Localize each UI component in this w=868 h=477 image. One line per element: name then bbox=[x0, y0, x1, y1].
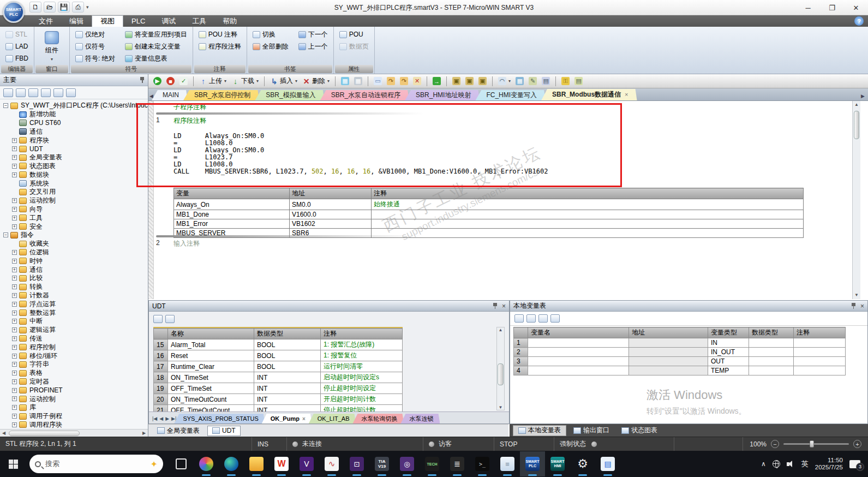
panel-tab-输出窗口[interactable]: 输出窗口 bbox=[568, 425, 614, 436]
scroll-up-icon[interactable]: ▲ bbox=[853, 101, 860, 109]
expand-icon[interactable]: + bbox=[12, 302, 17, 307]
network-globe-icon[interactable] bbox=[773, 460, 780, 468]
local-pin-icon[interactable] bbox=[851, 303, 856, 309]
ribbon-button-LAD[interactable]: LAD bbox=[3, 41, 31, 52]
expand-icon[interactable]: + bbox=[12, 155, 17, 160]
task-view-icon[interactable] bbox=[169, 451, 194, 476]
scroll-left-icon[interactable]: ◀ bbox=[0, 431, 8, 436]
lock-closed-icon[interactable]: ▣ bbox=[451, 76, 462, 86]
delete-udt-icon[interactable] bbox=[165, 315, 175, 323]
edge-icon[interactable] bbox=[219, 451, 244, 476]
oa-app-icon[interactable]: ▤ bbox=[595, 451, 620, 476]
ribbon-button-上一个[interactable]: 上一个 bbox=[296, 41, 330, 52]
language-indicator[interactable]: 英 bbox=[801, 459, 809, 469]
sheet-next-icon[interactable]: ▶ bbox=[165, 416, 169, 421]
insert-row-icon[interactable] bbox=[514, 314, 524, 323]
tree-item-系统块[interactable]: 系统块 bbox=[0, 179, 148, 188]
var-table-row[interactable]: Always_OnSM0.0始终接通 bbox=[174, 199, 804, 210]
bookmark-icon[interactable]: ▭ bbox=[372, 76, 384, 86]
expand-icon[interactable]: + bbox=[12, 345, 17, 350]
table-edit-icon[interactable]: ✎ bbox=[527, 76, 538, 86]
tree-item-字符串[interactable]: +字符串 bbox=[0, 360, 148, 369]
expand-icon[interactable]: + bbox=[12, 371, 17, 375]
sidebar-horizontal-scrollbar[interactable]: ◀ ▶ bbox=[0, 429, 148, 437]
wincc-icon[interactable]: TECH bbox=[420, 451, 445, 476]
ribbon-button-变量信息表[interactable]: 变量信息表 bbox=[123, 53, 189, 64]
expand-icon[interactable]: + bbox=[12, 336, 17, 341]
menu-item-编辑[interactable]: 编辑 bbox=[61, 15, 92, 27]
expand-icon[interactable]: + bbox=[12, 379, 17, 384]
zoom-slider-thumb[interactable] bbox=[810, 440, 814, 448]
zoom-in-button[interactable]: + bbox=[853, 440, 861, 448]
smart-hmi-icon[interactable]: SMARTHMI bbox=[545, 451, 570, 476]
tree-item-整数运算[interactable]: +整数运算 bbox=[0, 308, 148, 317]
goto-network-icon[interactable]: → bbox=[431, 76, 442, 86]
upload-button[interactable]: ↑上传▾ bbox=[197, 76, 228, 86]
sheet-tab-水泵轮询切换[interactable]: 水泵轮询切换 bbox=[352, 414, 404, 424]
add-udt-icon[interactable] bbox=[153, 315, 163, 323]
tree-item-数据块[interactable]: +数据块 bbox=[0, 170, 148, 179]
tree-item-工具[interactable]: +工具 bbox=[0, 213, 148, 222]
scroll-thumb[interactable] bbox=[9, 431, 80, 436]
lock-open-icon[interactable]: ▣ bbox=[464, 76, 475, 86]
expand-icon[interactable]: + bbox=[12, 388, 17, 393]
tree-item-时钟[interactable]: +时钟 bbox=[0, 257, 148, 265]
delete-button[interactable]: ✕删除▾ bbox=[301, 76, 331, 86]
network-copy-icon[interactable]: ▦ bbox=[339, 76, 351, 86]
expand-icon[interactable]: + bbox=[12, 327, 17, 332]
udt-scroll-up-icon[interactable]: ▲ bbox=[497, 327, 504, 332]
ribbon-button-程序段注释[interactable]: 程序段注释 bbox=[196, 41, 243, 52]
expand-icon[interactable]: + bbox=[12, 138, 17, 143]
tree-item-逻辑运算[interactable]: +逻辑运算 bbox=[0, 326, 148, 335]
tray-expand-icon[interactable]: ∧ bbox=[761, 460, 766, 468]
menu-item-PLC[interactable]: PLC bbox=[123, 15, 153, 27]
symbol-edit-icon[interactable]: ▤ bbox=[540, 76, 552, 86]
purple-pen-app-icon[interactable]: V bbox=[294, 451, 319, 476]
terminal-icon[interactable]: >_ bbox=[470, 451, 495, 476]
tree-item-定时器[interactable]: +定时器 bbox=[0, 378, 148, 386]
tree-item-通信[interactable]: +通信 bbox=[0, 265, 148, 274]
pou-tab-SBR_HMI地址映射[interactable]: SBR_HMI地址映射 bbox=[405, 90, 480, 100]
delete-row-icon[interactable] bbox=[526, 314, 536, 323]
tree-item-收藏夹[interactable]: 收藏夹 bbox=[0, 240, 148, 248]
tree-item-移位/循环[interactable]: +移位/循环 bbox=[0, 351, 148, 360]
expand-icon[interactable]: + bbox=[12, 164, 17, 169]
zoom-out-button[interactable]: − bbox=[771, 440, 779, 448]
tree-item-指令[interactable]: −指令 bbox=[0, 231, 148, 240]
udt-row[interactable]: 19OFF_TimeSetINT停止超时时间设定 bbox=[154, 383, 403, 394]
stl-editor[interactable]: 子程序注释 1 程序段注释 LD Always_On:SM0.0= L1008.… bbox=[148, 100, 868, 299]
expand-icon[interactable]: + bbox=[12, 284, 17, 289]
apply-icon[interactable] bbox=[550, 314, 560, 323]
udt-pin-icon[interactable] bbox=[493, 303, 498, 309]
pou-tab-SBR_模拟量输入[interactable]: SBR_模拟量输入 bbox=[255, 90, 324, 100]
tree-item-安全[interactable]: +安全 bbox=[0, 222, 148, 231]
pou-tab-SBR_水泵启停控制[interactable]: SBR_水泵启停控制 bbox=[183, 90, 259, 100]
tree-item-转换[interactable]: +转换 bbox=[0, 283, 148, 291]
local-close-icon[interactable]: × bbox=[860, 302, 864, 310]
close-button[interactable]: ✕ bbox=[844, 0, 868, 15]
address-table-icon[interactable]: ▦ bbox=[514, 76, 525, 86]
tab-close-icon[interactable]: × bbox=[625, 91, 628, 98]
tree-item-中断[interactable]: +中断 bbox=[0, 317, 148, 326]
sheet-tab-SYS_AXIS_PROB_STATUS[interactable]: SYS_AXIS_PROB_STATUS bbox=[174, 414, 265, 424]
pou-tab-SBR_水泵自动连锁程序[interactable]: SBR_水泵自动连锁程序 bbox=[320, 90, 409, 100]
sheet-tab-OK_Pump[interactable]: OK_Pump× bbox=[262, 414, 312, 424]
network-paste-icon[interactable]: ▦ bbox=[352, 76, 364, 86]
var-table-row[interactable]: MB1_DoneV1600.0 bbox=[174, 210, 804, 219]
udt-vertical-scrollbar[interactable]: ▲ ▼ bbox=[496, 327, 505, 410]
collapse-icon[interactable]: − bbox=[3, 103, 8, 108]
notification-icon[interactable]: 3 bbox=[849, 460, 860, 468]
symbol-view-icon[interactable]: ◠▾ bbox=[496, 76, 512, 86]
tree-item-新增功能[interactable]: 新增功能 bbox=[0, 110, 148, 119]
tree-item-UDT[interactable]: +UDT bbox=[0, 145, 148, 153]
bookmark-clear-icon[interactable]: ✕ bbox=[411, 76, 423, 86]
paint-icon[interactable] bbox=[194, 451, 219, 476]
sheet-tab-水泵连锁[interactable]: 水泵连锁 bbox=[400, 414, 440, 424]
remote-screen-app-icon[interactable]: ⊡ bbox=[344, 451, 369, 476]
tree-item-浮点运算[interactable]: +浮点运算 bbox=[0, 300, 148, 308]
pou-tab-SBR_Modbus数据通信[interactable]: SBR_Modbus数据通信× bbox=[541, 89, 637, 100]
lock-add-icon[interactable]: ▣ bbox=[477, 76, 488, 86]
pou-comment-text[interactable]: 子程序注释 bbox=[173, 103, 206, 112]
ribbon-button-符号: 绝对[interactable]: 符号: 绝对 bbox=[73, 53, 117, 64]
clock[interactable]: 11:50 2025/7/25 bbox=[815, 457, 843, 471]
